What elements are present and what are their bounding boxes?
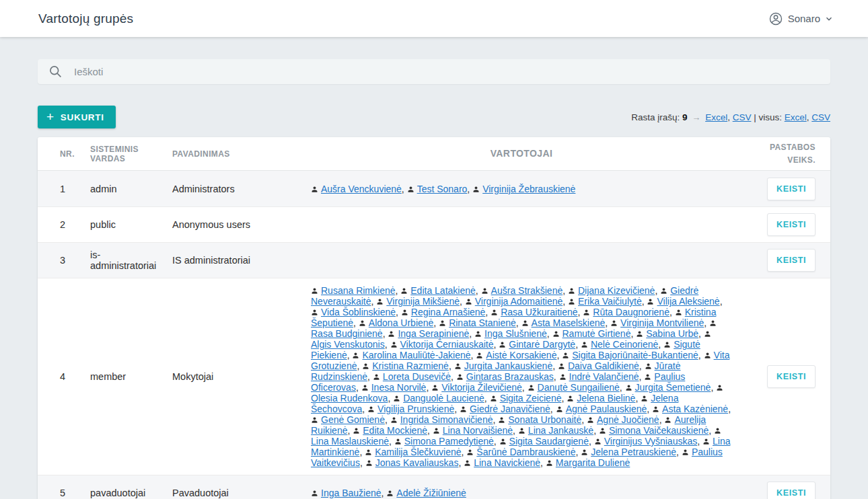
user-link[interactable]: Simona Pamedytienė <box>404 436 494 447</box>
user-link[interactable]: Rasa Užkuraitienė <box>501 307 577 317</box>
user-link[interactable]: Virginija Žebrauskienė <box>482 184 575 194</box>
user-link[interactable]: Šarūnė Dambrauskienė <box>476 447 575 457</box>
export-all-csv-link[interactable]: CSV <box>811 112 830 122</box>
user-link[interactable]: Karolina Mauliūtė-Jakienė <box>362 350 470 360</box>
user-link[interactable]: Sonata Urbonaitė <box>508 414 581 425</box>
person-icon <box>498 414 508 425</box>
user-link[interactable]: Giedrė Janavičienė <box>470 404 550 414</box>
user-link[interactable]: Viktorija Žilevičienė <box>441 382 522 393</box>
person-icon <box>521 317 532 328</box>
user-link[interactable]: Asta Kazėnienė <box>662 404 728 414</box>
user-link[interactable]: Genė Gomienė <box>321 414 385 425</box>
user-link[interactable]: Inga Slušnienė <box>484 328 547 339</box>
person-icon <box>311 285 321 296</box>
person-icon <box>518 425 528 436</box>
chevron-down-icon <box>825 15 833 23</box>
user-link[interactable]: Jurgita Šemetienė <box>635 382 711 393</box>
user-link[interactable]: Rinata Stanienė <box>449 317 516 328</box>
user-link[interactable]: Indrė Valančienė <box>569 371 639 382</box>
user-link[interactable]: Kristina Razmienė <box>372 360 449 371</box>
user-link[interactable]: Nelė Ceinorienė <box>591 339 658 350</box>
user-link[interactable]: Dijana Kizevičienė <box>578 285 655 296</box>
user-link[interactable]: Algis Venskutonis <box>311 339 385 350</box>
row-name: IS administratoriai <box>172 255 311 266</box>
person-icon <box>376 296 386 307</box>
user-link[interactable]: Rusana Rimkienė <box>321 285 396 296</box>
person-icon <box>558 360 568 371</box>
user-link[interactable]: Olesia Rudenkova <box>311 393 388 404</box>
table-row: 2 public Anonymous users KEISTI <box>38 206 830 242</box>
edit-button[interactable]: KEISTI <box>767 178 816 200</box>
user-link[interactable]: Sigita Saudargienė <box>509 436 589 447</box>
user-link[interactable]: Virginijus Vyšniauskas <box>604 436 698 447</box>
user-link[interactable]: Jonas Kavaliauskas <box>375 457 459 468</box>
user-link[interactable]: Edita Mockienė <box>363 425 427 436</box>
user-menu[interactable]: Sonaro <box>768 11 833 26</box>
user-link[interactable]: Aldona Urbienė <box>369 317 434 328</box>
user-link[interactable]: Kamilija Šlečkuvienė <box>375 447 461 457</box>
user-link[interactable]: Virginija Mikšienė <box>386 296 460 307</box>
user-link[interactable]: Agnė Juočienė <box>597 414 659 425</box>
user-link[interactable]: Sigita Zeicienė <box>500 393 562 404</box>
user-link[interactable]: Rūta Daugnorienė <box>593 307 670 317</box>
user-link[interactable]: Lina Navickienė <box>474 457 540 468</box>
user-link[interactable]: Vilija Aleksienė <box>657 296 719 307</box>
user-link[interactable]: Margarita Dulienė <box>556 457 630 468</box>
edit-button[interactable]: KEISTI <box>767 482 816 499</box>
user-link[interactable]: Aušra Strakšienė <box>491 285 563 296</box>
user-link[interactable]: Loreta Dusevičė <box>383 371 451 382</box>
user-link[interactable]: Simona Vaičekauskienė <box>609 425 709 436</box>
user-link[interactable]: Gintaras Brazauskas <box>466 371 554 382</box>
user-link[interactable]: Rasa Budginienė <box>311 328 383 339</box>
user-link[interactable]: Asta Maselskienė <box>532 317 606 328</box>
user-link[interactable]: Lina Norvaišienė <box>443 425 513 436</box>
plus-icon: + <box>46 110 55 123</box>
main-content: +SUKURTI Rasta įrašų: 9 → Excel, CSV | v… <box>0 37 868 499</box>
user-link[interactable]: Agnė Paulauskienė <box>566 404 647 414</box>
search-input[interactable] <box>74 66 820 77</box>
create-button[interactable]: +SUKURTI <box>38 106 116 128</box>
user-link[interactable]: Inga Baužienė <box>321 488 382 498</box>
user-link[interactable]: Test Sonaro <box>417 184 468 194</box>
export-csv-link[interactable]: CSV <box>733 112 752 122</box>
user-link[interactable]: Ramutė Girtienė <box>563 328 631 339</box>
column-header-actions: PASTABOS VEIKS. <box>742 141 830 166</box>
user-link[interactable]: Inga Serapinienė <box>398 328 469 339</box>
user-link[interactable]: Edita Latakienė <box>410 285 476 296</box>
edit-button[interactable]: KEISTI <box>767 213 816 236</box>
user-link[interactable]: Jelena Petrauskienė <box>591 447 676 457</box>
results-all-separator: | visus: <box>751 112 784 122</box>
user-link[interactable]: Viktorija Černiauskaitė <box>400 339 494 350</box>
user-link[interactable]: Erika Vaičiulytė <box>578 296 642 307</box>
user-link[interactable]: Vigilija Prunskienė <box>377 404 454 414</box>
user-link[interactable]: Danguolė Laucienė <box>403 393 484 404</box>
user-link[interactable]: Daiva Galdikienė <box>568 360 639 371</box>
user-link[interactable]: Virginija Adomaitienė <box>475 296 563 307</box>
results-label: Rasta įrašų: <box>631 112 680 122</box>
user-link[interactable]: Aistė Korsakienė <box>486 350 556 360</box>
user-link[interactable]: Jelena Bielinė <box>577 393 635 404</box>
export-excel-link[interactable]: Excel <box>705 112 727 122</box>
edit-button[interactable]: KEISTI <box>767 365 816 388</box>
user-link[interactable]: Virginija Montvilienė <box>620 317 704 328</box>
user-link[interactable]: Gintarė Dargytė <box>509 339 575 350</box>
page-title: Vartotojų grupės <box>38 11 133 26</box>
edit-button[interactable]: KEISTI <box>767 249 816 272</box>
user-link[interactable]: Danutė Sungailienė <box>538 382 620 393</box>
user-link[interactable]: Lina Maslauskienė <box>311 436 389 447</box>
person-icon <box>491 307 501 317</box>
user-link[interactable]: Aušra Venckuvienė <box>321 184 402 194</box>
user-link[interactable]: Ingrida Simonavičienė <box>400 414 493 425</box>
user-link[interactable]: Lina Jankauskė <box>528 425 593 436</box>
user-link[interactable]: Vida Šoblinskienė <box>321 307 396 317</box>
row-nr: 5 <box>38 488 90 498</box>
user-link[interactable]: Adelė Žižiūnienė <box>396 488 466 498</box>
user-link[interactable]: Sigita Bajoriūnaitė-Bukantienė <box>572 350 698 360</box>
person-icon <box>645 360 655 371</box>
user-link[interactable]: Regina Arnašienė <box>411 307 486 317</box>
export-all-excel-link[interactable]: Excel <box>785 112 807 122</box>
user-link[interactable]: Jurgita Jankauskienė <box>464 360 553 371</box>
user-link[interactable]: Inesa Norvilė <box>371 382 427 393</box>
user-link[interactable]: Sabina Urbė <box>646 328 698 339</box>
person-icon <box>568 285 578 296</box>
